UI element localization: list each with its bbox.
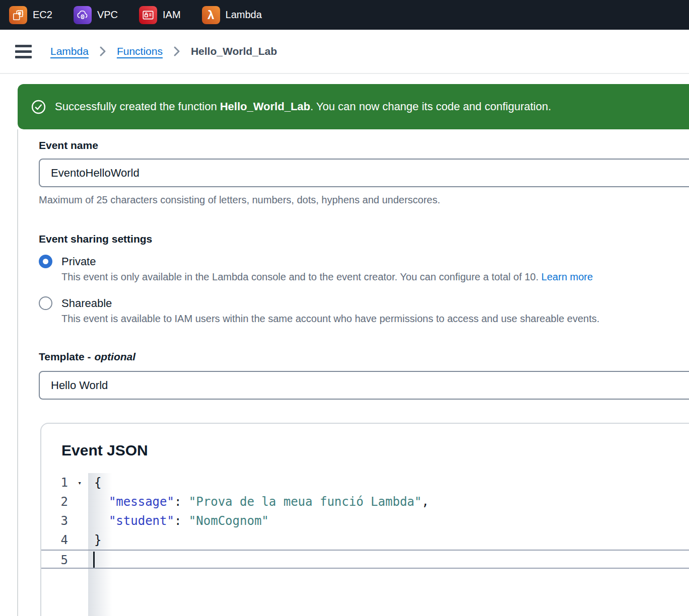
topbar-service-lambda[interactable]: λ Lambda [202,6,262,24]
chevron-right-icon [173,46,180,57]
json-key: "student" [109,514,174,528]
json-key: "message" [109,495,174,509]
optional-suffix: optional [94,351,135,362]
template-field: Template -optional Hello World [39,351,689,400]
create-test-event-panel: Event name Maximum of 25 characters cons… [17,129,689,616]
breadcrumb-link-functions[interactable]: Functions [117,45,163,57]
breadcrumb-current-page: Hello_World_Lab [191,45,277,57]
text-cursor [93,552,95,568]
json-string-value: "Prova de la meua funció Lambda" [189,495,422,509]
line-number: 3 [41,511,88,530]
line-number: 5 [41,551,88,568]
event-sharing-label: Event sharing settings [39,233,689,245]
line-number: 2 [41,492,88,511]
event-json-title: Event JSON [61,442,689,459]
event-json-card: Event JSON 1▾ { 2 "message": "Prova de l… [40,423,689,616]
topbar-service-label: EC2 [33,9,52,21]
success-banner: Successfully created the function Hello_… [18,84,689,129]
template-label: Template -optional [39,351,689,363]
code-line-4[interactable]: 4 } [41,530,689,550]
learn-more-link[interactable]: Learn more [541,271,593,282]
success-banner-message: Successfully created the function Hello_… [55,100,551,113]
radio-option-shareable[interactable]: Shareable [39,296,689,310]
code-line-5-active[interactable]: 5 [41,550,689,569]
check-circle-icon [31,99,46,115]
fold-arrow-icon[interactable]: ▾ [78,474,82,493]
menu-icon[interactable] [15,45,32,58]
event-name-help: Maximum of 25 characters consisting of l… [39,194,689,206]
breadcrumb: Lambda Functions Hello_World_Lab [0,30,689,74]
radio-selected-icon[interactable] [39,255,52,268]
topbar-service-label: Lambda [226,9,262,21]
ec2-icon [9,6,27,24]
topbar-service-label: VPC [97,9,118,21]
template-select[interactable]: Hello World [39,371,689,400]
radio-shareable-description: This event is available to IAM users wit… [61,313,689,325]
code-line-2[interactable]: 2 "message": "Prova de la meua funció La… [41,492,689,511]
breadcrumb-link-lambda[interactable]: Lambda [50,45,89,57]
json-code-editor[interactable]: 1▾ { 2 "message": "Prova de la meua func… [41,473,689,616]
code-line-3[interactable]: 3 "student": "NomCognom" [41,511,689,530]
topbar-service-vpc[interactable]: VPC [74,6,118,24]
function-name: Hello_World_Lab [220,100,310,113]
radio-private-description: This event is only available in the Lamb… [61,271,689,283]
services-topbar: EC2 VPC IAM λ Lambda [0,0,689,30]
event-name-label: Event name [39,139,689,151]
event-name-field: Event name Maximum of 25 characters cons… [39,139,689,206]
code-line-1[interactable]: 1▾ { [41,473,689,492]
radio-shareable-label: Shareable [61,297,112,310]
event-name-input[interactable] [39,159,689,187]
topbar-service-label: IAM [163,9,181,21]
json-string-value: "NomCognom" [189,514,269,528]
radio-private-label: Private [61,255,96,268]
template-selected-value: Hello World [51,379,108,392]
radio-unselected-icon[interactable] [39,296,52,310]
event-sharing-settings: Event sharing settings Private This even… [39,233,689,325]
lambda-icon: λ [202,6,220,24]
line-number: 1▾ [41,473,88,492]
radio-option-private[interactable]: Private [39,255,689,268]
topbar-service-ec2[interactable]: EC2 [9,6,52,24]
line-number: 4 [41,530,88,550]
topbar-service-iam[interactable]: IAM [139,6,181,24]
chevron-right-icon [99,46,106,57]
iam-icon [139,6,157,24]
vpc-icon [74,6,92,24]
